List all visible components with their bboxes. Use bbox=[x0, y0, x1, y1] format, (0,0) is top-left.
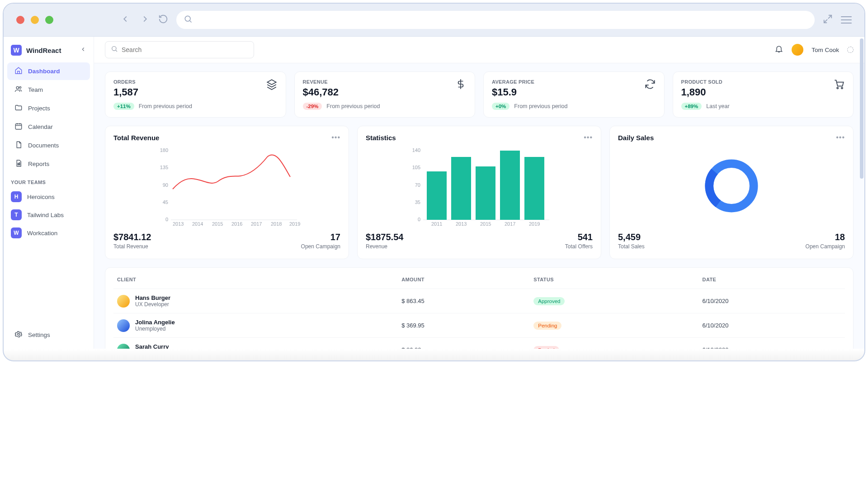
cell-amount: $ 863.45 bbox=[398, 289, 530, 313]
svg-rect-40 bbox=[500, 151, 520, 220]
svg-text:0: 0 bbox=[418, 217, 420, 222]
client-avatar bbox=[117, 295, 130, 308]
stat-value: 541 bbox=[565, 232, 593, 242]
maximize-window-button[interactable] bbox=[45, 16, 53, 24]
table-row[interactable]: Hans BurgerUX Developer$ 863.45Approved6… bbox=[113, 289, 845, 313]
user-avatar[interactable] bbox=[792, 44, 803, 56]
stat-value: 5,459 bbox=[618, 232, 645, 242]
svg-point-5 bbox=[19, 86, 21, 88]
team-initial: H bbox=[11, 191, 22, 202]
browser-frame: W WindReact Dashboard Team Projects Cale… bbox=[3, 3, 865, 361]
minimize-window-button[interactable] bbox=[31, 16, 39, 24]
sidebar-item-label: Projects bbox=[28, 105, 50, 112]
folder-icon bbox=[14, 104, 23, 113]
cell-date: 6/10/2020 bbox=[699, 313, 845, 338]
kpi-orders: ORDERS 1,587 +11%From previous period bbox=[105, 71, 286, 118]
sidebar-item-documents[interactable]: Documents bbox=[7, 137, 90, 154]
search-input[interactable] bbox=[122, 46, 248, 53]
menu-button[interactable] bbox=[841, 16, 852, 24]
team-item-tailwind[interactable]: T Tailwind Labs bbox=[4, 206, 94, 224]
team-label: Heroicons bbox=[27, 194, 55, 200]
col-client: CLIENT bbox=[113, 270, 398, 289]
clients-table: CLIENT AMOUNT STATUS DATE Hans BurgerUX … bbox=[105, 267, 854, 349]
client-name: Sarah Curry bbox=[135, 343, 169, 349]
x-axis-ticks: 20112013201520172019 bbox=[431, 221, 540, 227]
sidebar-item-team[interactable]: Team bbox=[7, 81, 90, 99]
svg-line-2 bbox=[828, 15, 831, 19]
sidebar-item-projects[interactable]: Projects bbox=[7, 99, 90, 117]
panel-row: Total Revenue ••• 180 135 90 45 0 bbox=[105, 126, 854, 259]
scrollbar[interactable] bbox=[860, 37, 863, 349]
svg-text:2011: 2011 bbox=[431, 221, 442, 227]
kpi-sub: From previous period bbox=[514, 103, 567, 109]
stat-value: 17 bbox=[301, 232, 340, 242]
kpi-product-sold: PRODUCT SOLD 1,890 +89%Last year bbox=[673, 71, 854, 118]
svg-point-12 bbox=[18, 333, 20, 336]
notifications-button[interactable] bbox=[774, 44, 783, 55]
kpi-label: REVENUE bbox=[303, 79, 467, 85]
team-item-workcation[interactable]: W Workcation bbox=[4, 224, 94, 242]
sidebar-item-settings[interactable]: Settings bbox=[7, 326, 90, 344]
statistics-bar-chart: 140 105 70 35 0 bbox=[366, 145, 593, 227]
theme-toggle[interactable] bbox=[847, 47, 854, 53]
search-icon bbox=[111, 45, 118, 54]
svg-text:105: 105 bbox=[412, 165, 420, 170]
sidebar-item-dashboard[interactable]: Dashboard bbox=[7, 62, 90, 80]
search-box[interactable] bbox=[105, 41, 254, 58]
users-icon bbox=[14, 85, 23, 95]
kpi-row: ORDERS 1,587 +11%From previous period RE… bbox=[105, 71, 854, 118]
svg-rect-6 bbox=[15, 124, 22, 129]
reload-button[interactable] bbox=[158, 14, 168, 26]
client-avatar bbox=[117, 319, 130, 332]
table-row[interactable]: Jolina AngelieUnemployed$ 369.95Pending6… bbox=[113, 313, 845, 338]
sidebar-item-label: Documents bbox=[28, 142, 59, 149]
svg-text:180: 180 bbox=[160, 147, 168, 153]
cell-date: 6/10/2020 bbox=[699, 338, 845, 349]
status-badge: Denied bbox=[533, 346, 559, 349]
sidebar-collapse-button[interactable] bbox=[80, 46, 86, 54]
client-role: UX Developer bbox=[135, 301, 170, 308]
col-status: STATUS bbox=[530, 270, 698, 289]
kpi-sub: Last year bbox=[706, 103, 729, 109]
stat-label: Revenue bbox=[366, 243, 403, 250]
cell-amount: $ 369.95 bbox=[398, 313, 530, 338]
svg-line-14 bbox=[116, 50, 117, 52]
team-label: Workcation bbox=[27, 230, 57, 237]
panel-menu-button[interactable]: ••• bbox=[836, 133, 845, 142]
main-area: Tom Cook ORDERS 1,587 +11%From previous … bbox=[94, 37, 864, 349]
svg-text:2016: 2016 bbox=[231, 221, 242, 227]
expand-icon[interactable] bbox=[823, 14, 833, 26]
svg-rect-41 bbox=[524, 157, 544, 220]
svg-text:90: 90 bbox=[163, 182, 168, 188]
y-axis-ticks: 140 105 70 35 0 bbox=[412, 147, 420, 222]
nav-forward-button[interactable] bbox=[140, 14, 150, 26]
sidebar-item-calendar[interactable]: Calendar bbox=[7, 118, 90, 136]
panel-menu-button[interactable]: ••• bbox=[331, 133, 340, 142]
close-window-button[interactable] bbox=[16, 16, 24, 24]
team-item-heroicons[interactable]: H Heroicons bbox=[4, 188, 94, 206]
logo-icon: W bbox=[11, 45, 22, 56]
kpi-label: ORDERS bbox=[113, 79, 278, 85]
col-date: DATE bbox=[699, 270, 845, 289]
svg-rect-11 bbox=[19, 163, 20, 165]
revenue-line-chart: 180 135 90 45 0 201320142015201620172018… bbox=[113, 145, 340, 227]
svg-text:2013: 2013 bbox=[456, 221, 467, 227]
kpi-delta: -29% bbox=[303, 103, 322, 110]
sidebar-item-reports[interactable]: Reports bbox=[7, 155, 90, 173]
status-badge: Approved bbox=[533, 297, 565, 305]
x-axis-ticks: 2013201420152016201720182019 bbox=[173, 221, 300, 227]
kpi-revenue: REVENUE $46,782 -29%From previous period bbox=[294, 71, 476, 118]
revenue-line bbox=[173, 155, 290, 189]
url-bar[interactable] bbox=[176, 11, 815, 29]
svg-text:2017: 2017 bbox=[505, 221, 515, 227]
sidebar-item-label: Settings bbox=[28, 332, 50, 338]
panel-daily-sales: Daily Sales ••• 5,459Total Sales 18Open … bbox=[609, 126, 854, 259]
panel-menu-button[interactable]: ••• bbox=[584, 133, 593, 142]
svg-rect-37 bbox=[427, 171, 447, 220]
stat-label: Total Revenue bbox=[113, 243, 151, 250]
table-row[interactable]: Sarah CurryDesigner$ 86.00Denied6/10/202… bbox=[113, 338, 845, 349]
nav-back-button[interactable] bbox=[120, 14, 130, 26]
status-badge: Pending bbox=[533, 322, 561, 330]
kpi-sub: From previous period bbox=[139, 103, 192, 109]
sidebar-item-label: Reports bbox=[28, 161, 49, 167]
